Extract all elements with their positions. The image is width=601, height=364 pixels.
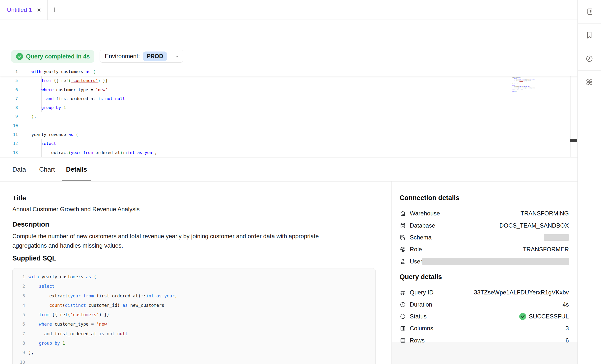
detail-label: Rows (410, 337, 425, 344)
editor-line[interactable]: 8 group by 1 (0, 103, 577, 112)
detail-value: DOCS_TEAM_SANDBOX (499, 222, 569, 229)
detail-label: Role (410, 246, 422, 253)
warehouse-icon (400, 210, 406, 217)
active-tab-indicator (62, 180, 91, 181)
check-circle-icon (16, 53, 23, 60)
detail-label: Query ID (410, 289, 434, 296)
sql-line: 7 and first_ordered_at is not null (18, 329, 375, 338)
code-text: extract(year from first_ordered_at)::int… (28, 291, 177, 301)
sidebar-item-history[interactable] (578, 47, 601, 71)
close-icon[interactable] (36, 7, 42, 13)
editor-line[interactable]: 10 (0, 121, 577, 130)
supplied-sql-block: 1with yearly_customers as (2 select3 ext… (12, 268, 376, 364)
code-text: group by 1 (28, 338, 65, 348)
sidebar-item-notebook[interactable] (578, 0, 601, 24)
line-number: 10 (18, 358, 25, 364)
sidebar-item-lineage[interactable] (578, 71, 601, 94)
code-text[interactable]: select (31, 139, 56, 148)
tab-bar: Untitled 1 (0, 0, 577, 20)
sql-line: 9), (18, 348, 375, 357)
code-editor[interactable]: 1with yearly_customers as (5 from {{ ref… (0, 67, 577, 157)
query-row-duration: Duration4s (400, 298, 569, 310)
detail-value: 4s (563, 301, 569, 308)
detail-value: TRANSFORMING (520, 210, 569, 217)
editor-line[interactable]: 6 where customer_type = 'new' (0, 85, 577, 94)
environment-value-badge: PROD (143, 52, 167, 61)
query-details-heading: Query details (400, 273, 442, 281)
code-text[interactable]: group by 1 (31, 103, 66, 112)
rows-icon (400, 337, 406, 344)
code-text: select (28, 282, 55, 291)
connection-details-heading: Connection details (400, 194, 460, 202)
editor-line[interactable]: 12 select (0, 139, 577, 148)
editor-lines: 1with yearly_customers as (5 from {{ ref… (0, 67, 577, 157)
sql-line: 10 (18, 358, 375, 364)
new-tab-plus-icon[interactable] (51, 7, 57, 13)
query-row-rows: Rows6 (400, 335, 569, 346)
line-number: 9 (0, 112, 18, 121)
line-number: 4 (18, 301, 25, 310)
sql-line: 6 where customer_type = 'new' (18, 319, 375, 329)
detail-label: User (410, 258, 422, 265)
line-number: 6 (0, 85, 18, 94)
right-sidebar (577, 0, 601, 364)
tab-untitled-1[interactable]: Untitled 1 (0, 0, 48, 20)
line-number: 8 (18, 338, 25, 348)
line-number: 5 (18, 310, 25, 319)
user-icon (400, 258, 406, 265)
connection-rows: WarehouseTRANSFORMINGDatabaseDOCS_TEAM_S… (400, 208, 569, 267)
code-text[interactable]: with yearly_customers as ( (31, 67, 95, 76)
tab-data[interactable]: Data (12, 157, 26, 181)
panel-divider (391, 182, 392, 364)
connection-row-schema: Schema (400, 232, 569, 243)
result-tabs: Data Chart Details (0, 157, 577, 182)
description-heading: Description (12, 221, 49, 228)
role-icon (400, 246, 406, 253)
tab-chart[interactable]: Chart (39, 157, 55, 181)
database-icon (400, 222, 406, 229)
scrollbar-track (570, 67, 571, 157)
scrollbar-thumb[interactable] (570, 139, 577, 142)
description-value: Compute the number of new customers and … (12, 232, 348, 250)
line-number: 9 (18, 348, 25, 357)
toolbar: Develop Run (0, 20, 577, 43)
loader-icon (400, 313, 406, 320)
detail-value: SUCCESSFUL (519, 313, 569, 320)
editor-line[interactable]: 9), (0, 112, 577, 121)
redacted-value-bar (544, 234, 569, 241)
detail-value: 6 (566, 337, 569, 344)
tab-label: Untitled 1 (7, 6, 32, 13)
code-text[interactable]: ), (31, 112, 36, 121)
schema-icon (400, 234, 406, 241)
editor-line[interactable]: 5 from {{ ref('customers') }} (0, 76, 577, 85)
title-value: Annual Customer Growth and Revenue Analy… (12, 206, 140, 213)
title-heading: Title (12, 194, 26, 202)
sql-line: 3 extract(year from first_ordered_at)::i… (18, 291, 375, 301)
tab-details[interactable]: Details (62, 157, 91, 181)
detail-label: Status (410, 313, 427, 320)
code-text: with yearly_customers as ( (28, 272, 96, 282)
line-number: 5 (0, 76, 18, 85)
code-text[interactable]: where customer_type = 'new' (31, 85, 108, 94)
history-icon (585, 55, 593, 63)
detail-value: TRANSFORMER (523, 246, 569, 253)
sql-line: 5 from {{ ref('customers') }} (18, 310, 375, 319)
code-text[interactable]: and first_ordered_at is not null (31, 94, 125, 103)
editor-line[interactable]: 7 and first_ordered_at is not null (0, 94, 577, 103)
sidebar-item-bookmark[interactable] (578, 24, 601, 47)
editor-line[interactable]: 1with yearly_customers as ( (0, 67, 577, 76)
line-number: 1 (0, 67, 18, 76)
detail-label: Columns (410, 325, 433, 332)
code-text[interactable]: from {{ ref('customers') }} (31, 76, 108, 85)
query-row-status: StatusSUCCESSFUL (400, 311, 569, 322)
editor-line[interactable]: 11yearly_revenue as ( (0, 130, 577, 139)
environment-selector[interactable]: Environment: PROD (100, 50, 183, 63)
code-text[interactable]: extract(year from ordered_at)::int as ye… (31, 148, 157, 157)
connection-row-user: User (400, 256, 569, 267)
lineage-icon (585, 78, 594, 86)
detail-label: Warehouse (410, 210, 440, 217)
line-number: 7 (18, 329, 25, 338)
code-text[interactable]: yearly_revenue as ( (31, 130, 78, 139)
line-number: 1 (18, 272, 25, 282)
editor-line[interactable]: 13 extract(year from ordered_at)::int as… (0, 148, 577, 157)
